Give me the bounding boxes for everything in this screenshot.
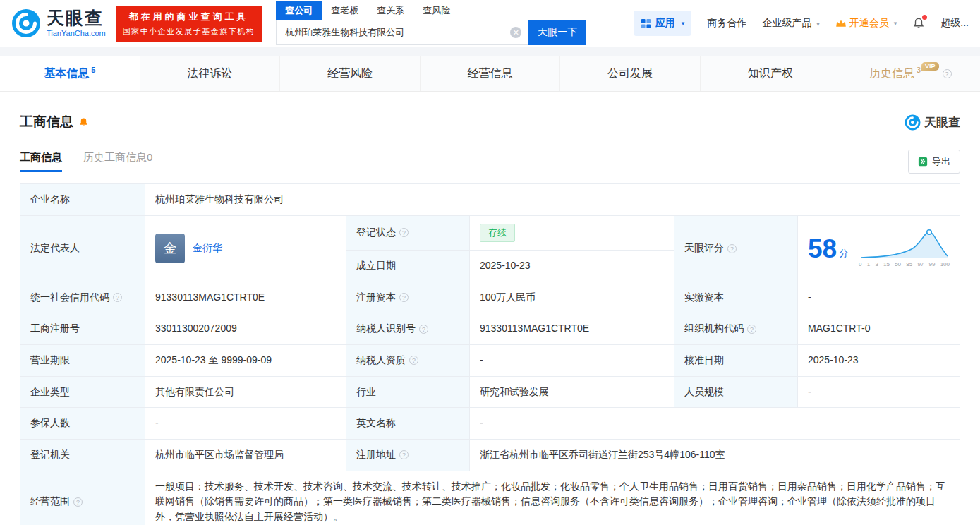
score-label: 天眼评分?	[674, 215, 798, 282]
main-content: 工商信息 天眼查 工商信息 历史工商信息0 导出	[0, 113, 980, 525]
company-section-tabs: 基本信息 5 法律诉讼 经营风险 经营信息 公司发展 知识产权 历史信息 3 V…	[0, 56, 980, 92]
staff-size-label: 人员规模	[674, 376, 798, 408]
tab-label: 知识产权	[748, 66, 793, 81]
english-name-label: 英文名称	[346, 408, 470, 440]
legal-rep-label: 法定代表人	[20, 215, 145, 282]
business-scope-label: 经营范围?	[20, 471, 145, 525]
help-icon[interactable]: ?	[727, 244, 737, 253]
establish-date-label: 成立日期	[346, 250, 470, 282]
nav-business-cooperation[interactable]: 商务合作	[707, 17, 746, 30]
search-tab-company[interactable]: 查公司	[276, 1, 322, 20]
nav-open-vip[interactable]: 开通会员 ▾	[835, 17, 897, 30]
tab-history-info[interactable]: 历史信息 3 VIP ?	[840, 56, 980, 91]
header-divider	[0, 47, 980, 56]
org-code-value: MAG1CTRT-0	[798, 313, 960, 345]
apps-grid-icon	[641, 18, 651, 29]
help-icon[interactable]: ?	[409, 356, 418, 365]
nav-super-vip[interactable]: 超级...	[940, 17, 969, 30]
legal-rep-name-link[interactable]: 金衍华	[193, 241, 222, 256]
tab-legal-proceedings[interactable]: 法律诉讼	[140, 56, 281, 91]
score-unit: 分	[839, 246, 848, 260]
tab-label: 历史信息	[869, 66, 914, 81]
help-icon[interactable]: ?	[419, 325, 428, 334]
reg-capital-value: 100万人民币	[470, 282, 674, 313]
help-icon[interactable]: ?	[73, 497, 83, 507]
tab-count: 5	[91, 66, 95, 74]
tab-label: 经营信息	[468, 66, 513, 81]
promo-line1: 都在用的商业查询工具	[123, 11, 255, 23]
paid-capital-value: -	[798, 282, 960, 313]
tab-intellectual-property[interactable]: 知识产权	[701, 56, 841, 91]
reg-number-value: 330113002072009	[145, 313, 346, 345]
apps-button[interactable]: 应用 ▾	[634, 11, 692, 36]
help-icon[interactable]: ?	[399, 228, 409, 237]
table-row: 法定代表人 金 金衍华 登记状态? 存续 天眼评分? 58 分	[20, 215, 960, 250]
brand-domain: TianYanCha.com	[47, 29, 106, 37]
search-tab-relation[interactable]: 查关系	[368, 1, 413, 20]
tab-label: 法律诉讼	[187, 66, 232, 81]
header-right-nav: 应用 ▾ 商务合作 企业级产品 ▾ 开通会员 ▾ 超级...	[634, 11, 969, 36]
nav-enterprise-products[interactable]: 企业级产品 ▾	[762, 17, 819, 30]
table-row: 登记机关 杭州市临平区市场监督管理局 注册地址? 浙江省杭州市临平区乔司街道汀兰…	[20, 439, 960, 471]
tab-operating-info[interactable]: 经营信息	[421, 56, 561, 91]
help-icon[interactable]: ?	[399, 293, 409, 302]
legal-rep-avatar[interactable]: 金	[155, 234, 185, 263]
subscribe-bell-icon[interactable]	[78, 117, 89, 128]
help-icon[interactable]: ?	[113, 293, 122, 302]
table-row: 企业类型 其他有限责任公司 行业 研究和试验发展 人员规模 -	[20, 376, 960, 408]
company-name-label: 企业名称	[20, 184, 145, 216]
notification-bell[interactable]	[912, 17, 925, 30]
export-button[interactable]: 导出	[908, 150, 960, 174]
tianyancha-logo-icon	[11, 8, 41, 38]
company-name-value: 杭州珀莱雅生物科技有限公司	[145, 184, 960, 216]
taxpayer-quality-value: -	[470, 344, 674, 376]
credit-code-label: 统一社会信用代码?	[20, 282, 145, 313]
search-tab-boss[interactable]: 查老板	[322, 1, 368, 20]
subtab-history-business-info[interactable]: 历史工商信息0	[83, 151, 152, 172]
status-badge: 存续	[480, 224, 515, 242]
apps-label: 应用	[655, 17, 675, 30]
reg-number-label: 工商注册号	[20, 313, 145, 345]
tab-basic-info[interactable]: 基本信息 5	[0, 56, 140, 91]
tab-count: 3	[917, 66, 921, 74]
search-button[interactable]: 天眼一下	[528, 20, 586, 45]
industry-label: 行业	[346, 376, 470, 408]
insured-count-value: -	[145, 408, 346, 440]
reg-address-label: 注册地址?	[346, 439, 470, 471]
crown-icon	[835, 18, 847, 28]
tab-operating-risk[interactable]: 经营风险	[280, 56, 421, 91]
org-code-label: 组织机构代码?	[674, 313, 798, 345]
search-tab-risk[interactable]: 查风险	[413, 1, 459, 20]
subtab-business-info[interactable]: 工商信息	[20, 151, 62, 172]
business-info-table: 企业名称 杭州珀莱雅生物科技有限公司 法定代表人 金 金衍华 登记状态? 存续 …	[20, 183, 960, 525]
tab-company-development[interactable]: 公司发展	[560, 56, 701, 91]
help-icon[interactable]: ?	[399, 450, 409, 459]
brand-name: 天眼查	[47, 9, 106, 27]
tab-label: 经营风险	[327, 66, 373, 81]
insured-count-label: 参保人数	[20, 408, 145, 440]
chevron-down-icon: ▾	[816, 20, 820, 28]
export-label: 导出	[932, 155, 950, 168]
tianyancha-logo[interactable]: 天眼查 TianYanCha.com	[11, 8, 106, 38]
promo-banner: 都在用的商业查询工具 国家中小企业发展子基金旗下机构	[116, 6, 262, 42]
tab-label: 基本信息	[44, 66, 89, 81]
tab-label: 公司发展	[607, 66, 653, 81]
business-term-label: 营业期限	[20, 344, 145, 376]
notification-dot	[922, 15, 927, 20]
open-vip-label: 开通会员	[849, 17, 889, 30]
paid-capital-label: 实缴资本	[674, 282, 798, 313]
taxpayer-quality-label: 纳税人资质?	[346, 344, 470, 376]
page-title: 工商信息	[20, 113, 73, 131]
score-cell: 58 分 0 1 3 15 50 85 97 99 100	[798, 215, 960, 282]
credit-code-value: 91330113MAG1CTRT0E	[145, 282, 346, 313]
table-row: 企业名称 杭州珀莱雅生物科技有限公司	[20, 184, 960, 216]
company-type-value: 其他有限责任公司	[145, 376, 346, 408]
reg-authority-label: 登记机关	[20, 439, 145, 471]
reg-status-label: 登记状态?	[346, 215, 470, 250]
company-type-label: 企业类型	[20, 376, 145, 408]
table-row: 经营范围? 一般项目：技术服务、技术开发、技术咨询、技术交流、技术转让、技术推广…	[20, 471, 960, 525]
help-icon[interactable]: ?	[747, 325, 756, 334]
search-input[interactable]	[276, 20, 528, 45]
help-icon[interactable]: ?	[943, 69, 952, 78]
promo-line2: 国家中小企业发展子基金旗下机构	[123, 26, 255, 37]
